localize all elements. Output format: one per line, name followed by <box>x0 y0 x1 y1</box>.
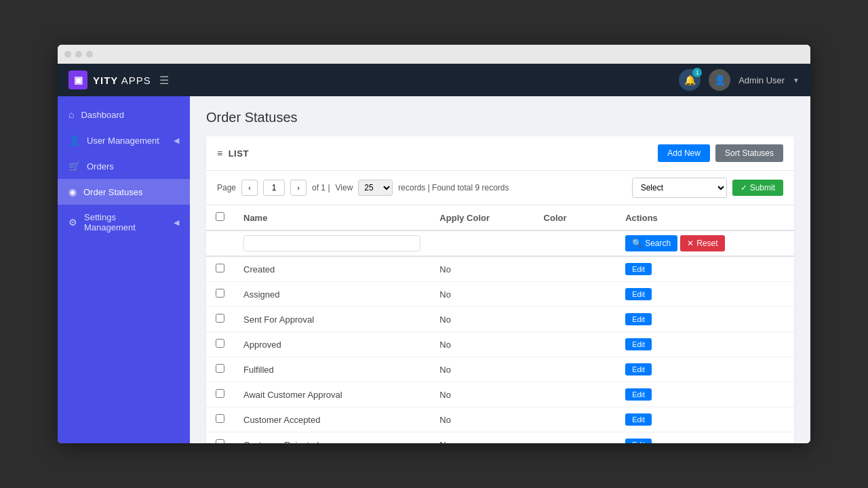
col-header-color: Color <box>534 205 616 230</box>
row-checkbox-cell <box>206 256 234 282</box>
submit-button[interactable]: ✓ Submit <box>732 180 783 196</box>
pagination-bar: Page ‹ › of 1 | View 25 50 100 record <box>206 171 794 205</box>
edit-button[interactable]: Edit <box>625 338 652 350</box>
row-color <box>534 282 616 307</box>
row-actions: Edit <box>616 332 794 357</box>
reset-button[interactable]: ✕ Reset <box>680 235 724 251</box>
row-actions: Edit <box>616 382 794 407</box>
table-row: Customer Accepted No Edit <box>206 407 794 432</box>
add-new-button[interactable]: Add New <box>658 144 710 162</box>
row-color <box>534 407 616 432</box>
filter-apply-color-cell <box>430 230 534 256</box>
row-color <box>534 382 616 407</box>
row-actions: Edit <box>616 432 794 444</box>
logo-text: YITY APPS <box>93 75 151 86</box>
row-apply-color: No <box>430 256 534 282</box>
row-apply-color: No <box>430 382 534 407</box>
submit-label: Submit <box>750 183 775 192</box>
filter-color-cell <box>534 230 616 256</box>
row-checkbox[interactable] <box>216 364 224 373</box>
row-checkbox[interactable] <box>216 389 224 398</box>
row-name: Fulfilled <box>234 357 430 382</box>
edit-button[interactable]: Edit <box>625 413 652 426</box>
row-checkbox[interactable] <box>216 264 224 272</box>
row-checkbox[interactable] <box>216 314 224 323</box>
sort-statuses-button[interactable]: Sort Statuses <box>715 144 783 162</box>
sidebar-item-order-statuses[interactable]: ◉ Order Statuses <box>58 179 190 205</box>
notification-badge: 1 <box>692 68 702 77</box>
row-checkbox[interactable] <box>216 439 224 443</box>
sidebar: ⌂ Dashboard 👤 User Management ◀ 🛒 Orders… <box>58 96 190 443</box>
row-color <box>534 357 616 382</box>
row-checkbox[interactable] <box>216 289 224 298</box>
user-management-chevron-icon: ◀ <box>174 136 179 145</box>
sidebar-item-user-management[interactable]: 👤 User Management ◀ <box>58 127 190 153</box>
edit-button[interactable]: Edit <box>625 388 652 401</box>
logo-box: ▣ YITY APPS <box>68 70 151 89</box>
avatar-button[interactable]: 👤 <box>709 69 730 91</box>
edit-button[interactable]: Edit <box>625 263 652 275</box>
edit-button[interactable]: Edit <box>625 288 652 300</box>
filter-action-buttons: 🔍 Search ✕ Reset <box>625 235 785 251</box>
top-nav-left: ▣ YITY APPS ☰ <box>68 70 169 89</box>
filter-row: 🔍 Search ✕ Reset <box>206 230 794 256</box>
browser-dot-2 <box>75 51 82 58</box>
user-management-icon: 👤 <box>68 135 80 146</box>
row-checkbox-cell <box>206 382 234 407</box>
search-button[interactable]: 🔍 Search <box>625 235 677 251</box>
notification-button[interactable]: 🔔 1 <box>679 69 701 91</box>
row-name: Customer Accepted <box>234 407 430 432</box>
row-checkbox[interactable] <box>216 414 224 423</box>
row-name: Sent For Approval <box>234 307 430 332</box>
row-actions: Edit <box>616 407 794 432</box>
row-apply-color: No <box>430 332 534 357</box>
edit-button[interactable]: Edit <box>625 439 652 443</box>
row-checkbox[interactable] <box>216 339 224 348</box>
table-body: 🔍 Search ✕ Reset <box>206 230 794 443</box>
browser-window: ▣ YITY APPS ☰ 🔔 1 👤 Admin User ▼ <box>58 45 810 443</box>
sidebar-item-orders[interactable]: 🛒 Orders <box>58 153 190 179</box>
table-row: Assigned No Edit <box>206 282 794 307</box>
edit-button[interactable]: Edit <box>625 313 652 325</box>
filter-actions-cell: 🔍 Search ✕ Reset <box>616 230 794 256</box>
browser-dot-1 <box>64 51 71 58</box>
action-select[interactable]: Select <box>632 178 727 198</box>
pagination-right: Select ✓ Submit <box>632 178 783 198</box>
logo-icon-symbol: ▣ <box>74 75 83 85</box>
page-number-input[interactable] <box>263 180 285 196</box>
order-statuses-icon: ◉ <box>68 186 77 197</box>
row-checkbox-cell <box>206 307 234 332</box>
times-icon: ✕ <box>687 239 694 248</box>
app-shell: ▣ YITY APPS ☰ 🔔 1 👤 Admin User ▼ <box>58 64 810 443</box>
row-actions: Edit <box>616 357 794 382</box>
sidebar-item-dashboard[interactable]: ⌂ Dashboard <box>58 102 190 127</box>
user-name-label[interactable]: Admin User <box>738 75 785 85</box>
table-row: Await Customer Approval No Edit <box>206 382 794 407</box>
content-area: Order Statuses ≡ LIST Add New Sort Statu… <box>190 96 810 443</box>
edit-button[interactable]: Edit <box>625 363 652 375</box>
page-label: Page <box>217 183 236 192</box>
top-nav: ▣ YITY APPS ☰ 🔔 1 👤 Admin User ▼ <box>58 64 810 96</box>
table-row: Fulfilled No Edit <box>206 357 794 382</box>
menu-hamburger-icon[interactable]: ☰ <box>159 74 169 87</box>
header-checkbox-cell <box>206 205 234 230</box>
sidebar-item-settings-management[interactable]: ⚙ Settings Management ◀ <box>58 205 190 240</box>
row-checkbox-cell <box>206 332 234 357</box>
filter-checkbox-cell <box>206 230 234 256</box>
prev-page-button[interactable]: ‹ <box>241 180 258 196</box>
row-apply-color: No <box>430 307 534 332</box>
row-name: Await Customer Approval <box>234 382 430 407</box>
table-row: Customer Rejected No Edit <box>206 432 794 444</box>
table-row: Sent For Approval No Edit <box>206 307 794 332</box>
next-page-button[interactable]: › <box>290 180 307 196</box>
name-filter-input[interactable] <box>243 235 420 251</box>
row-name: Customer Rejected <box>234 432 430 444</box>
user-dropdown-chevron[interactable]: ▼ <box>793 77 800 84</box>
col-header-actions: Actions <box>616 205 794 230</box>
row-checkbox-cell <box>206 357 234 382</box>
of-label: of 1 | <box>312 183 330 192</box>
per-page-select[interactable]: 25 50 100 <box>358 180 393 196</box>
select-all-checkbox[interactable] <box>216 212 224 221</box>
browser-dot-3 <box>86 51 93 58</box>
row-name: Created <box>234 256 430 282</box>
